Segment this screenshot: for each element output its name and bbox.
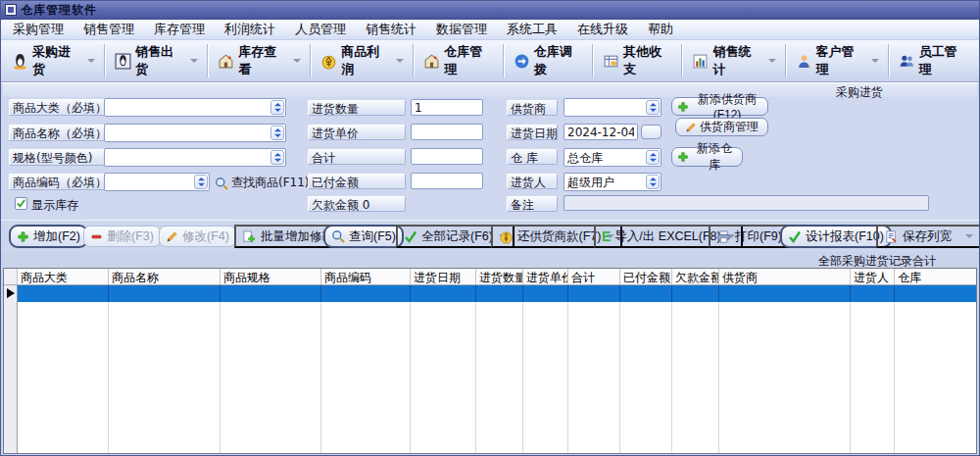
panel-header-band — [3, 83, 977, 97]
selected-row[interactable] — [18, 285, 976, 302]
selected-cell — [321, 285, 411, 302]
qty-input[interactable] — [411, 99, 483, 116]
category-combo[interactable] — [104, 98, 286, 117]
menu-item-data-mgmt[interactable]: 数据管理 — [426, 20, 497, 39]
menu-item-purchase-mgmt[interactable]: 采购管理 — [3, 20, 74, 39]
spinner-icon[interactable] — [646, 150, 660, 165]
spec-combo[interactable] — [104, 148, 286, 167]
debt-label: 欠款金额 0 — [308, 196, 406, 212]
plus-icon — [677, 151, 689, 163]
spinner-icon[interactable] — [270, 150, 284, 165]
grid-column — [719, 285, 851, 453]
sales-stats-icon — [692, 53, 709, 70]
buyer-combo[interactable]: 超级用户 — [564, 173, 662, 191]
total-input[interactable] — [411, 148, 483, 165]
query-button[interactable]: 查询(F5) — [323, 225, 404, 248]
money-icon — [499, 229, 514, 244]
column-header[interactable]: 商品名称 — [109, 269, 220, 284]
chevron-down-icon[interactable] — [768, 59, 776, 63]
sales-out-icon — [115, 53, 131, 70]
panel-title: 采购进货 — [836, 84, 883, 101]
save-column-width-button[interactable]: 保存列宽 — [876, 225, 980, 248]
supplier-combo[interactable] — [564, 98, 662, 117]
column-header[interactable]: 进货数量 — [476, 269, 523, 284]
date-input[interactable] — [564, 124, 638, 140]
column-header[interactable]: 进货日期 — [411, 269, 476, 284]
find-product-button[interactable]: 查找商品(F11) — [215, 175, 310, 191]
toolbar-purchase-in[interactable]: 采购进货 — [5, 44, 102, 77]
title-bar[interactable]: 仓库管理软件 — [1, 1, 979, 20]
grid-body[interactable] — [18, 285, 976, 453]
manage-supplier-button[interactable]: 供货商管理 — [675, 118, 768, 136]
column-header[interactable]: 供货商 — [719, 269, 851, 284]
chevron-down-icon[interactable] — [293, 59, 301, 63]
selected-cell — [895, 285, 976, 302]
toolbar-other-income[interactable]: 其他收支 — [596, 44, 679, 77]
menu-item-sales-stats[interactable]: 销售统计 — [356, 20, 426, 39]
delete-record-button[interactable]: 删除(F3) — [83, 226, 161, 247]
column-header[interactable]: 商品规格 — [220, 269, 321, 284]
show-stock-checkbox[interactable] — [15, 197, 27, 210]
toolbar-warehouse-manage[interactable]: 仓库管理 — [416, 44, 500, 77]
product-name-combo[interactable] — [104, 124, 286, 142]
design-report-button[interactable]: 设计报表(F10) — [780, 225, 892, 248]
supplier-label: 供货商 — [507, 100, 558, 116]
spinner-icon[interactable] — [270, 100, 284, 115]
price-input[interactable] — [411, 124, 483, 140]
toolbar-customer-manage[interactable]: 客户管理 — [789, 44, 886, 77]
column-header[interactable]: 进货单价 — [523, 269, 568, 284]
toolbar-separator — [104, 44, 106, 77]
toolbar-sales-stats[interactable]: 销售统计 — [685, 44, 782, 77]
add-record-label: 增加(F2) — [33, 228, 80, 245]
toolbar-employee-manage[interactable]: 员工管理 — [892, 44, 975, 77]
menu-item-profit-stats[interactable]: 利润统计 — [215, 20, 285, 39]
spinner-icon[interactable] — [270, 126, 284, 140]
menu-item-help[interactable]: 帮助 — [638, 20, 683, 39]
chevron-down-icon[interactable] — [190, 59, 198, 63]
date-picker-button[interactable] — [641, 125, 662, 139]
modify-record-button[interactable]: 修改(F4) — [159, 226, 236, 247]
toolbar-separator — [503, 44, 505, 77]
query-label: 查询(F5) — [349, 228, 396, 245]
menu-bar: 采购管理 销售管理 库存管理 利润统计 人员管理 销售统计 数据管理 系统工具 … — [1, 20, 979, 40]
menu-item-system-tools[interactable]: 系统工具 — [497, 20, 567, 39]
pencil-icon — [685, 122, 697, 133]
grid-column — [411, 285, 476, 453]
warehouse-transfer-icon — [514, 53, 530, 70]
selected-cell — [411, 285, 476, 302]
toolbar-inventory-view[interactable]: 库存查看 — [211, 44, 308, 77]
toolbar-label: 员工管理 — [919, 43, 968, 78]
spinner-icon[interactable] — [194, 175, 208, 189]
menu-item-sales-mgmt[interactable]: 销售管理 — [74, 20, 144, 39]
column-header[interactable]: 仓库 — [895, 269, 976, 284]
column-header[interactable]: 欠款金额 — [672, 269, 719, 284]
column-header[interactable]: 商品编码 — [321, 269, 411, 284]
toolbar-label: 库存查看 — [238, 43, 287, 78]
column-header[interactable]: 合计 — [568, 269, 620, 284]
add-record-button[interactable]: 增加(F2) — [9, 225, 88, 248]
product-code-combo[interactable] — [104, 173, 210, 191]
menu-item-online-upgrade[interactable]: 在线升级 — [567, 20, 638, 39]
spinner-icon[interactable] — [646, 175, 660, 189]
records-grid[interactable]: 商品大类 商品名称 商品规格 商品编码 进货日期 进货数量 进货单价 合计 已付… — [3, 268, 977, 454]
toolbar-warehouse-transfer[interactable]: 仓库调拨 — [507, 44, 590, 77]
search-icon — [215, 177, 228, 190]
note-input[interactable] — [564, 195, 929, 211]
chevron-down-icon[interactable] — [396, 59, 404, 63]
paid-input[interactable] — [411, 173, 483, 189]
add-warehouse-button[interactable]: 新添仓库 — [671, 147, 743, 167]
chevron-down-icon[interactable] — [87, 59, 95, 63]
column-header[interactable]: 商品大类 — [18, 269, 109, 284]
menu-item-personnel-mgmt[interactable]: 人员管理 — [285, 20, 356, 39]
toolbar-product-profit[interactable]: 商品利润 — [314, 44, 411, 77]
toolbar-sales-out[interactable]: 销售出货 — [108, 44, 205, 77]
add-supplier-button[interactable]: 新添供货商(F12) — [671, 97, 768, 116]
column-header[interactable]: 已付金额 — [620, 269, 672, 284]
chevron-down-icon[interactable] — [965, 234, 973, 238]
spinner-icon[interactable] — [646, 100, 660, 115]
repay-supplier-label: 还供货商款(F7) — [517, 228, 601, 245]
column-header[interactable]: 进货人 — [851, 269, 895, 284]
warehouse-combo[interactable]: 总仓库 — [564, 148, 662, 167]
menu-item-inventory-mgmt[interactable]: 库存管理 — [144, 20, 215, 39]
chevron-down-icon[interactable] — [871, 59, 879, 63]
